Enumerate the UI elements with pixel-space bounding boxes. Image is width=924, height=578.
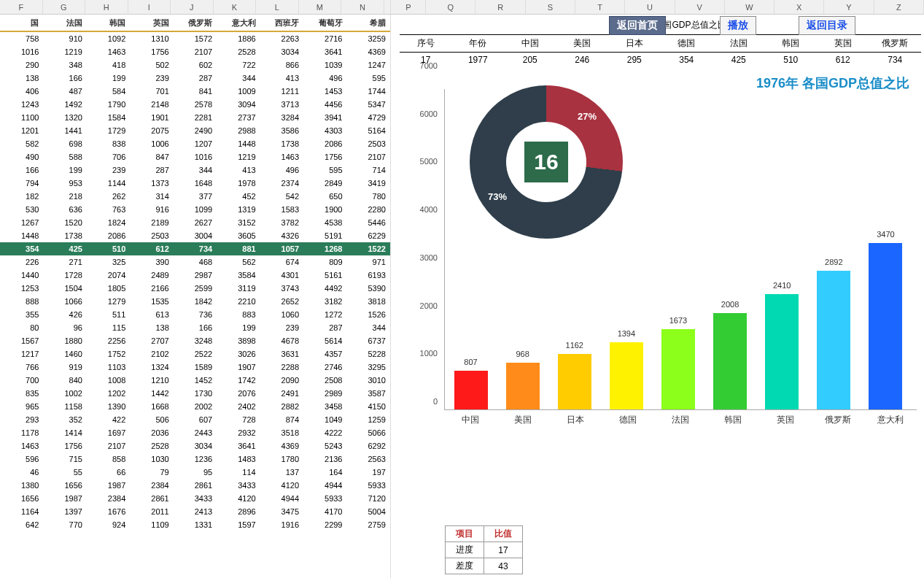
- table-row[interactable]: 53063676391610991319158319002280: [0, 203, 390, 216]
- back-home-button[interactable]: 返回首页: [609, 16, 666, 35]
- table-cell: 715: [43, 455, 86, 463]
- table-cell: 1259: [347, 415, 390, 424]
- table-row[interactable]: 7008401008121014521742209025083010: [0, 374, 390, 387]
- table-row[interactable]: 156718802256270732483898467856146737: [0, 334, 390, 347]
- table-row[interactable]: 144817382086250330043605432651916229: [0, 229, 390, 242]
- table-cell: 6193: [347, 271, 390, 280]
- table-row[interactable]: 4655667995114137164197: [0, 466, 390, 479]
- table-row[interactable]: 7589101092131015721886226327163259: [0, 32, 390, 45]
- table-cell: 114: [217, 468, 260, 477]
- table-cell: 3419: [347, 179, 390, 188]
- table-row[interactable]: 226271325390468562674809971: [0, 255, 390, 269]
- table-row[interactable]: 354425510612734881105712681522: [0, 242, 390, 255]
- table-cell: 2256: [87, 336, 130, 345]
- column-header[interactable]: H: [85, 0, 128, 14]
- table-row[interactable]: 116413971676201124132896347541705004: [0, 505, 390, 518]
- play-button[interactable]: 播放: [720, 16, 756, 35]
- table-cell: 809: [303, 258, 346, 266]
- table-row[interactable]: 138166199239287344413496595: [0, 72, 390, 85]
- column-header[interactable]: I: [128, 0, 171, 14]
- table-cell: 422: [87, 415, 130, 424]
- table-cell: 2716: [303, 34, 346, 43]
- table-row[interactable]: 144017282074248929873584430151616193: [0, 269, 390, 282]
- column-header[interactable]: N: [341, 0, 384, 14]
- table-row[interactable]: 7669191103132415891907228827463295: [0, 361, 390, 374]
- table-row[interactable]: 117814141697203624432932351842225066: [0, 426, 390, 439]
- table-cell: 780: [347, 192, 390, 201]
- column-header[interactable]: Q: [426, 0, 475, 14]
- table-row[interactable]: 126715201824218926273152378245385446: [0, 216, 390, 229]
- ratio-cell: 17: [484, 542, 523, 558]
- table-cell: 4120: [260, 481, 303, 490]
- column-header[interactable]: P: [391, 0, 426, 14]
- table-row[interactable]: 120114411729207524902988358643035164: [0, 124, 390, 137]
- table-row[interactable]: 83510021202144217302076249129893587: [0, 387, 390, 400]
- table-row[interactable]: 29335242250660772887410491259: [0, 413, 390, 426]
- bar-value-label: 807: [454, 358, 488, 366]
- column-header[interactable]: Z: [874, 0, 924, 14]
- table-cell: 2107: [347, 153, 390, 161]
- table-cell: 418: [87, 61, 130, 69]
- table-row[interactable]: 101612191463175621072528303436414369: [0, 45, 390, 58]
- summary-value: 612: [817, 53, 869, 67]
- table-cell: 1656: [43, 481, 86, 490]
- table-row[interactable]: 166199239287344413496595714: [0, 163, 390, 177]
- column-header[interactable]: [384, 0, 392, 14]
- table-cell: 3818: [347, 297, 390, 306]
- table-row[interactable]: 4064875847018411009121114531744: [0, 85, 390, 98]
- table-cell: 166: [174, 323, 217, 332]
- table-cell: 2402: [217, 402, 260, 411]
- summary-value: 205: [504, 53, 556, 67]
- bar-value-label: 2892: [817, 258, 850, 266]
- table-row[interactable]: 182218262314377452542650780: [0, 190, 390, 203]
- back-menu-button[interactable]: 返回目录: [799, 16, 855, 35]
- table-cell: 6229: [347, 231, 390, 240]
- table-row[interactable]: 7949531144137316481978237428493419: [0, 177, 390, 190]
- table-row[interactable]: 49058870684710161219146317562107: [0, 150, 390, 163]
- table-cell: 2102: [130, 350, 173, 358]
- table-row[interactable]: 88810661279153518422210265231823818: [0, 295, 390, 308]
- table-row[interactable]: 121714601752210225223026363143575228: [0, 347, 390, 361]
- table-cell: 3259: [347, 34, 390, 43]
- table-row[interactable]: 596715858103012361483178021362563: [0, 452, 390, 466]
- table-cell: 5004: [347, 507, 390, 516]
- column-header[interactable]: G: [43, 0, 86, 14]
- column-header[interactable]: K: [214, 0, 257, 14]
- table-cell: 1463: [260, 153, 303, 161]
- table-row[interactable]: 110013201584190122812737328439414729: [0, 111, 390, 124]
- table-row[interactable]: 138016561987238428613433412049445933: [0, 479, 390, 492]
- table-cell: 271: [43, 258, 86, 266]
- table-cell: 290: [0, 61, 43, 69]
- column-header[interactable]: X: [774, 0, 824, 14]
- table-row[interactable]: 8096115138166199239287344: [0, 321, 390, 334]
- table-cell: 2074: [87, 271, 130, 280]
- summary-header: 日本: [608, 35, 661, 52]
- table-cell: 2288: [260, 363, 303, 371]
- table-row[interactable]: 96511581390166820022402288234584150: [0, 400, 390, 413]
- table-row[interactable]: 355426511613736883106012721526: [0, 308, 390, 321]
- column-header[interactable]: M: [299, 0, 342, 14]
- table-cell: 3152: [217, 218, 260, 227]
- table-row[interactable]: 582698838100612071448173820862503: [0, 137, 390, 150]
- column-header[interactable]: V: [675, 0, 725, 14]
- column-header[interactable]: U: [625, 0, 675, 14]
- column-header[interactable]: R: [475, 0, 525, 14]
- column-header[interactable]: T: [575, 0, 625, 14]
- table-cell: 46: [0, 468, 43, 477]
- table-cell: 1742: [217, 376, 260, 385]
- table-row[interactable]: 146317562107252830343641436952436292: [0, 439, 390, 452]
- table-row[interactable]: 642770924110913311597191622992759: [0, 518, 390, 531]
- table-cell: 3004: [174, 231, 217, 240]
- column-header[interactable]: J: [171, 0, 214, 14]
- table-cell: 2148: [130, 100, 173, 109]
- table-row[interactable]: 165619872384286134334120494459337120: [0, 492, 390, 505]
- table-row[interactable]: 29034841850260272286610391247: [0, 58, 390, 72]
- column-header[interactable]: F: [0, 0, 43, 14]
- table-row[interactable]: 124314921790214825783094371344565347: [0, 98, 390, 111]
- table-row[interactable]: 125315041805216625993119374344925390: [0, 282, 390, 295]
- table-cell: 866: [260, 61, 303, 69]
- column-header[interactable]: S: [526, 0, 575, 14]
- column-header[interactable]: W: [725, 0, 774, 14]
- column-header[interactable]: Y: [824, 0, 874, 14]
- column-header[interactable]: L: [256, 0, 299, 14]
